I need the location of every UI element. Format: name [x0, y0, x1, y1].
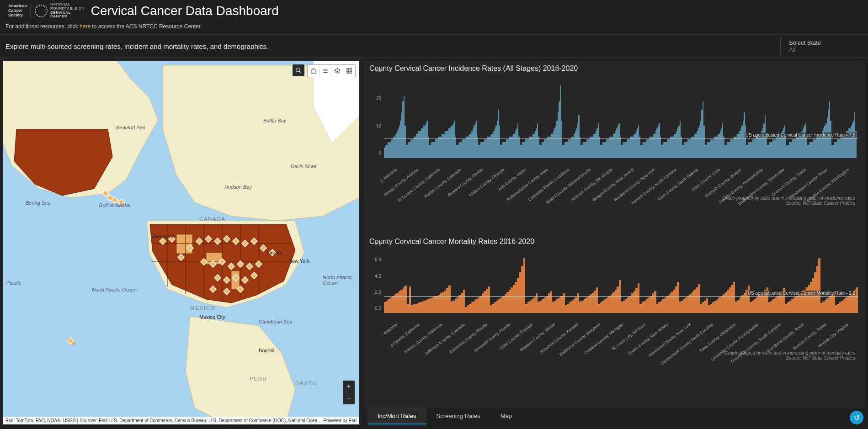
svg-rect-53 — [347, 69, 349, 70]
resource-link[interactable]: here — [80, 23, 91, 30]
incidence-plot[interactable]: US age adjusted Cervical Cancer Incidenc… — [384, 77, 858, 158]
svg-rect-56 — [350, 71, 351, 73]
mortality-title: County Cervical Cancer Mortality Rates 2… — [369, 238, 860, 246]
map-canvas[interactable] — [3, 61, 359, 424]
svg-rect-55 — [347, 71, 349, 73]
map-toolbar — [293, 64, 356, 77]
incidence-title: County Cervical Cancer Incidence Rates (… — [369, 64, 860, 73]
svg-marker-52 — [335, 69, 340, 72]
attribution-sources: Esri, TomTom, FAO, NOAA, USGS | Sources:… — [5, 418, 322, 423]
svg-rect-54 — [350, 69, 351, 70]
incidence-chart: County Cervical Cancer Incidence Rates (… — [364, 61, 865, 234]
filter-row: Explore multi-sourced screening rates, i… — [0, 34, 868, 58]
dashboard-title: Cervical Cancer Data Dashboard — [91, 4, 279, 18]
header: American Cancer Society NATIONAL ROUNDTA… — [0, 0, 868, 21]
incidence-source: Source: NCI State Cancer Profiles — [369, 201, 855, 206]
resource-line: For additional resources, click here to … — [0, 21, 868, 34]
zoom-in-button[interactable]: + — [343, 381, 355, 392]
reset-button[interactable]: ↺ — [850, 411, 863, 424]
incidence-ref-label: US age adjusted Cervical Cancer Incidenc… — [745, 132, 856, 138]
select-state-label: Select State — [789, 39, 854, 46]
tab-map[interactable]: Map — [490, 407, 522, 424]
map-panel[interactable]: Bering Sea Gulf of Alaska Beaufort Sea B… — [3, 61, 359, 424]
mortality-source: Source: NCI State Cancer Profiles — [369, 355, 855, 360]
select-state-value: All — [789, 46, 854, 53]
map-basemap-button[interactable] — [343, 65, 355, 77]
map-legend-button[interactable] — [320, 65, 331, 77]
mortality-y-axis: 0.02.04.06.08.0 — [369, 249, 382, 313]
map-search-button[interactable] — [293, 64, 304, 76]
map-home-button[interactable] — [308, 65, 320, 77]
mortality-ref-label: US age adjusted Cervical Cancer Mortalit… — [747, 290, 856, 295]
map-attribution: Esri, TomTom, FAO, NOAA, USGS | Sources:… — [3, 417, 359, 424]
mortality-x-labels: , Alabama.a County, CaliforniaFresno Cou… — [384, 319, 858, 355]
logo-acs: American Cancer Society — [5, 4, 31, 18]
map-layers-button[interactable] — [331, 65, 343, 77]
svg-line-48 — [299, 71, 301, 73]
attribution-powered[interactable]: Powered by Esri — [323, 418, 357, 423]
zoom-out-button[interactable]: − — [343, 392, 355, 404]
incidence-y-axis: 0102030 — [369, 75, 382, 158]
svg-point-47 — [296, 68, 300, 72]
select-state-dropdown[interactable]: Select State All — [780, 37, 863, 55]
charts-panel: County Cervical Cancer Incidence Rates (… — [364, 61, 865, 424]
map-zoom: + − — [343, 381, 355, 404]
explore-text: Explore multi-sourced screening rates, i… — [5, 42, 268, 50]
mortality-ref-line — [384, 296, 858, 297]
chart-tabs: Inc/Mort Rates Screening Rates Map — [364, 407, 865, 424]
tab-screening[interactable]: Screening Rates — [426, 407, 490, 424]
logo-nrtcc: NATIONAL ROUNDTABLE ON CERVICAL CANCER — [35, 3, 85, 19]
tab-inc-mort[interactable]: Inc/Mort Rates — [367, 407, 426, 424]
nrtcc-circle-icon — [35, 5, 48, 17]
mortality-plot[interactable]: US age adjusted Cervical Cancer Mortalit… — [384, 250, 858, 313]
incidence-x-labels: .y, AlabamaNavajo County, ArizonaEl Dora… — [384, 164, 858, 200]
mortality-chart: County Cervical Cancer Mortality Rates 2… — [364, 234, 865, 407]
incidence-ref-line — [384, 138, 858, 138]
